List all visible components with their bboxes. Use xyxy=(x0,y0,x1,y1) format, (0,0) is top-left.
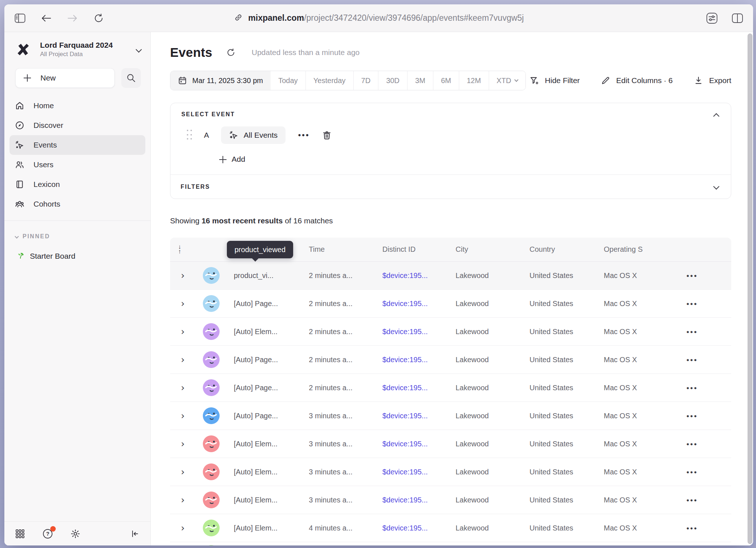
event-name[interactable]: [Auto] Page... xyxy=(221,356,296,364)
event-overflow-button[interactable]: ••• xyxy=(296,130,311,141)
distinct-id-link[interactable]: $device:195... xyxy=(382,300,428,308)
expand-filters-button[interactable] xyxy=(712,182,721,192)
sidebar-item-cohorts[interactable]: Cohorts xyxy=(9,194,145,214)
sidebar-item-discover[interactable]: Discover xyxy=(9,116,145,135)
refresh-icon[interactable] xyxy=(225,46,237,59)
column-header-time[interactable]: Time xyxy=(296,245,370,254)
table-row[interactable]: › [Auto] Page... 2 minutes a... $device:… xyxy=(170,346,731,374)
url-bar[interactable]: mixpanel.com/project/3472420/view/397469… xyxy=(234,13,524,24)
event-name[interactable]: [Auto] Elem... xyxy=(221,524,296,532)
event-name[interactable]: [Auto] Elem... xyxy=(221,328,296,336)
drag-handle-icon[interactable] xyxy=(187,130,192,141)
row-menu-button[interactable]: ••• xyxy=(685,467,699,477)
table-row[interactable]: › [Auto] Page... 3 minutes a... $device:… xyxy=(170,402,731,430)
event-name[interactable]: [Auto] Page... xyxy=(221,412,296,420)
sidebar-item-home[interactable]: Home xyxy=(9,96,145,116)
apps-grid-icon[interactable] xyxy=(14,528,26,540)
event-name[interactable]: [Auto] Elem... xyxy=(221,468,296,476)
sidebar-item-events[interactable]: Events xyxy=(9,135,145,155)
table-row[interactable]: › [Auto] Page... 2 minutes a... $device:… xyxy=(170,374,731,402)
sort-icon[interactable]: ↓↑ xyxy=(170,245,196,254)
sidebar-item-starter-board[interactable]: Starter Board xyxy=(4,240,150,261)
table-row[interactable]: › ••• xyxy=(170,542,731,545)
distinct-id-link[interactable]: $device:195... xyxy=(382,412,428,420)
reload-icon[interactable] xyxy=(92,12,105,24)
table-row[interactable]: › [Auto] Elem... 3 minutes a... $device:… xyxy=(170,486,731,514)
distinct-id-link[interactable]: $device:195... xyxy=(382,496,428,504)
distinct-id-link[interactable]: $device:195... xyxy=(382,356,428,364)
export-button[interactable]: Export xyxy=(694,76,731,85)
split-view-icon[interactable] xyxy=(731,12,744,24)
sidebar-item-lexicon[interactable]: Lexicon xyxy=(9,175,145,194)
page-scrollbar[interactable] xyxy=(748,34,752,544)
row-menu-button[interactable]: ••• xyxy=(685,298,699,309)
distinct-id-link[interactable]: $device:195... xyxy=(382,384,428,392)
expand-chevron-icon[interactable]: › xyxy=(170,298,196,309)
search-button[interactable] xyxy=(121,68,141,88)
event-name[interactable]: [Auto] Page... xyxy=(221,384,296,392)
row-menu-button[interactable]: ••• xyxy=(685,270,699,281)
column-header-distinct-id[interactable]: Distinct ID xyxy=(370,245,443,254)
hide-filter-button[interactable]: Hide Filter xyxy=(529,76,580,85)
row-menu-button[interactable]: ••• xyxy=(685,495,699,505)
row-menu-button[interactable]: ••• xyxy=(685,355,699,365)
column-header-city[interactable]: City xyxy=(443,245,517,254)
expand-chevron-icon[interactable]: › xyxy=(170,354,196,365)
expand-chevron-icon[interactable]: › xyxy=(170,466,196,477)
range-button-yesterday[interactable]: Yesterday xyxy=(306,71,353,90)
distinct-id-link[interactable]: $device:195... xyxy=(382,440,428,448)
distinct-id-link[interactable]: $device:195... xyxy=(382,468,428,476)
range-button-xtd[interactable]: XTD xyxy=(489,71,525,90)
range-button-6m[interactable]: 6M xyxy=(433,71,459,90)
collapse-section-button[interactable] xyxy=(712,112,721,122)
settings-gear-icon[interactable] xyxy=(69,528,82,540)
collapse-sidebar-icon[interactable] xyxy=(129,528,141,540)
range-button-30d[interactable]: 30D xyxy=(378,71,407,90)
date-picker-button[interactable]: Mar 11, 2025 3:30 pm xyxy=(170,71,271,90)
event-selector-pill[interactable]: All Events xyxy=(221,126,286,144)
back-icon[interactable] xyxy=(40,12,52,24)
expand-chevron-icon[interactable]: › xyxy=(170,326,196,337)
event-name[interactable]: product_vi... xyxy=(221,271,296,280)
expand-chevron-icon[interactable]: › xyxy=(170,522,196,533)
add-event-button[interactable]: Add xyxy=(219,155,245,164)
distinct-id-link[interactable]: $device:195... xyxy=(382,328,428,336)
row-menu-button[interactable]: ••• xyxy=(685,523,699,533)
table-row[interactable]: › [Auto] Page... 2 minutes a... $device:… xyxy=(170,290,731,318)
expand-chevron-icon[interactable]: › xyxy=(170,270,196,281)
table-row[interactable]: › [Auto] Elem... 3 minutes a... $device:… xyxy=(170,430,731,458)
row-menu-button[interactable]: ••• xyxy=(685,411,699,421)
column-header-os[interactable]: Operating S xyxy=(591,245,653,254)
range-button-7d[interactable]: 7D xyxy=(353,71,378,90)
delete-event-button[interactable] xyxy=(322,130,332,140)
row-menu-button[interactable]: ••• xyxy=(685,326,699,337)
sidebar-item-users[interactable]: Users xyxy=(9,155,145,175)
column-header-country[interactable]: Country xyxy=(517,245,591,254)
event-avatar-icon xyxy=(203,492,220,508)
distinct-id-link[interactable]: $device:195... xyxy=(382,524,428,532)
table-row[interactable]: › product_vi... 2 minutes a... $device:1… xyxy=(170,262,731,290)
expand-chevron-icon[interactable]: › xyxy=(170,494,196,505)
sidebar-toggle-icon[interactable] xyxy=(14,12,26,24)
pinned-section-toggle[interactable]: PINNED xyxy=(4,221,150,240)
table-row[interactable]: › [Auto] Elem... 3 minutes a... $device:… xyxy=(170,458,731,486)
expand-chevron-icon[interactable]: › xyxy=(170,382,196,393)
range-button-12m[interactable]: 12M xyxy=(459,71,489,90)
distinct-id-link[interactable]: $device:195... xyxy=(382,271,428,279)
row-menu-button[interactable]: ••• xyxy=(685,439,699,449)
project-switcher[interactable]: Lord Farquaad 2024 All Project Data xyxy=(4,32,150,58)
range-button-3m[interactable]: 3M xyxy=(407,71,433,90)
expand-chevron-icon[interactable]: › xyxy=(170,410,196,421)
edit-columns-button[interactable]: Edit Columns · 6 xyxy=(601,76,673,85)
event-name[interactable]: [Auto] Page... xyxy=(221,300,296,308)
row-menu-button[interactable]: ••• xyxy=(685,383,699,393)
page-settings-icon[interactable] xyxy=(706,12,718,24)
expand-chevron-icon[interactable]: › xyxy=(170,438,196,449)
range-button-today[interactable]: Today xyxy=(271,71,305,90)
event-name[interactable]: [Auto] Elem... xyxy=(221,496,296,504)
forward-icon[interactable] xyxy=(66,12,79,24)
table-row[interactable]: › [Auto] Elem... 4 minutes a... $device:… xyxy=(170,514,731,542)
new-button[interactable]: New xyxy=(15,68,115,88)
event-name[interactable]: [Auto] Elem... xyxy=(221,440,296,448)
table-row[interactable]: › [Auto] Elem... 2 minutes a... $device:… xyxy=(170,318,731,346)
